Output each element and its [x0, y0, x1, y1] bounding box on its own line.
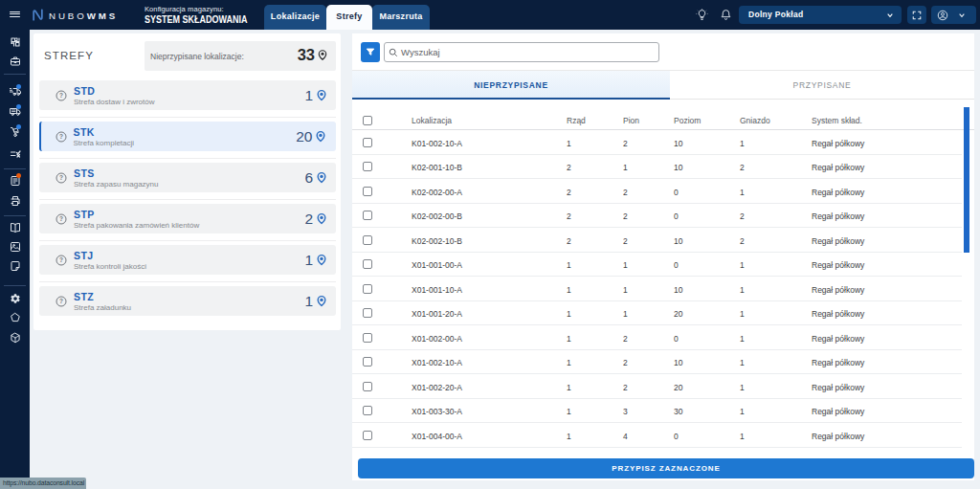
svg-text:?: ? [59, 298, 63, 304]
svg-text:?: ? [59, 92, 63, 99]
svg-text:?: ? [59, 256, 63, 263]
svg-text:?: ? [59, 215, 63, 222]
svg-text:?: ? [59, 174, 63, 181]
svg-text:?: ? [59, 133, 63, 140]
